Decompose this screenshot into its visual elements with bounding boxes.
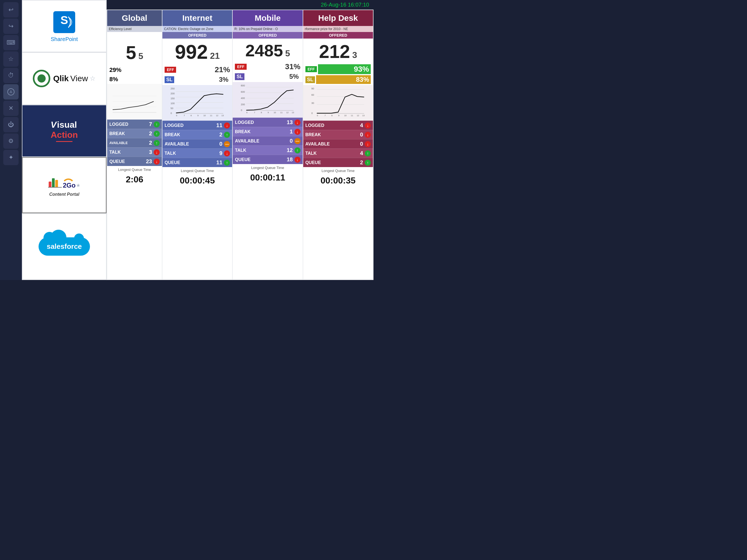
- helpdesk-sl-row: SL 83%: [303, 75, 373, 85]
- top-bar: 26-Aug-16 16:07:10: [107, 0, 374, 9]
- internet-small-number: 21: [210, 51, 220, 61]
- mobile-sl-row: SL 5%: [233, 72, 302, 82]
- mobile-break-row: BREAK 1 ↓: [233, 127, 302, 136]
- mobile-title: Mobile: [255, 14, 281, 22]
- mobile-available-icon: —: [294, 138, 301, 144]
- helpdesk-title: Help Desk: [318, 14, 358, 22]
- global-column: Global Efficiency Level 5 5 29% 8%: [107, 10, 162, 279]
- helpdesk-eff-badge: EFF: [305, 66, 317, 72]
- helpdesk-sl-pct: 83%: [316, 75, 371, 84]
- helpdesk-logged-row: LOGGED 4 ↓: [303, 121, 373, 130]
- helpdesk-break-icon: ↓: [365, 132, 371, 138]
- internet-stats: LOGGED 11 ↓ BREAK 2 ↑ AVAILABLE 0 — TALK…: [162, 121, 232, 167]
- qlik-text: Qlik: [53, 74, 69, 83]
- mobile-eff-row: EFF 31%: [233, 62, 302, 72]
- svg-text:9: 9: [268, 111, 269, 113]
- global-header: Global: [107, 10, 162, 26]
- star-button[interactable]: ☆: [3, 51, 19, 67]
- helpdesk-queue-row: QUEUE 2 ↑: [303, 158, 373, 167]
- 2go-logo: 2G o ★: [48, 173, 81, 189]
- internet-chart: 250 200 150 100 50 0 6 7 8 9 10: [162, 85, 232, 121]
- helpdesk-chart: 90 60 30 0 6 7 8 9 10 11 12 13: [303, 85, 373, 121]
- global-small-number: 5: [138, 51, 143, 61]
- global-available-row: AVAILABLE 2 ↑: [107, 138, 162, 147]
- svg-text:10: 10: [274, 111, 276, 113]
- helpdesk-offered-row: 212 3: [303, 39, 373, 64]
- svg-text:0: 0: [171, 112, 172, 114]
- svg-text:A: A: [9, 90, 12, 94]
- helpdesk-available-row: AVAILABLE 0 ↓: [303, 139, 373, 149]
- view-text: View: [70, 74, 88, 83]
- mobile-queue-icon: ↓: [294, 157, 301, 163]
- internet-queue-time: 00:00:45: [162, 175, 232, 188]
- visual-action-tile[interactable]: Visual Action: [22, 105, 107, 157]
- salesforce-logo: salesforce: [38, 237, 90, 256]
- svg-text:12: 12: [357, 114, 359, 116]
- keyboard-button[interactable]: ⌨: [3, 35, 19, 50]
- 2go-label: Content Portal: [49, 192, 79, 197]
- internet-offered-label: OFFERED: [162, 32, 232, 39]
- internet-queue-icon: ↑: [224, 160, 230, 166]
- svg-text:6: 6: [317, 114, 318, 116]
- back-button[interactable]: ↩: [3, 2, 19, 18]
- sharepoint-label: SharePoint: [51, 36, 78, 42]
- global-big-number: 5: [126, 42, 136, 63]
- internet-logged-icon: ↓: [224, 123, 230, 128]
- visual-action-text: Action: [51, 130, 78, 140]
- svg-text:8: 8: [331, 114, 333, 116]
- svg-text:60: 60: [311, 94, 314, 96]
- internet-title: Internet: [182, 14, 212, 22]
- helpdesk-column: Help Desk rformance prize for 2010 - NE …: [303, 10, 373, 279]
- helpdesk-break-row: BREAK 0 ↓: [303, 130, 373, 139]
- svg-text:50: 50: [171, 107, 173, 110]
- internet-ticker: CATION: Electric Outage on Zone: [162, 26, 232, 32]
- svg-text:13: 13: [362, 114, 364, 116]
- 2go-content-portal-tile[interactable]: 2G o ★ Content Portal: [22, 157, 107, 213]
- qlikview-tile[interactable]: Qlik View ☆: [22, 52, 107, 104]
- close-button[interactable]: ✕: [3, 101, 19, 116]
- power-button[interactable]: ⏻: [3, 117, 19, 132]
- mobile-stats: LOGGED 13 ↓ BREAK 1 ↓ AVAILABLE 0 — TALK…: [233, 118, 302, 164]
- mobile-sl-label: SL: [235, 73, 244, 80]
- mobile-available-row: AVAILABLE 0 —: [233, 136, 302, 146]
- global-eff-pct: 29%: [109, 67, 121, 74]
- helpdesk-header: Help Desk: [303, 10, 373, 26]
- svg-text:150: 150: [171, 97, 175, 100]
- salesforce-tile[interactable]: salesforce: [22, 213, 107, 280]
- internet-break-row: BREAK 2 ↑: [162, 130, 232, 139]
- svg-text:7: 7: [184, 114, 185, 116]
- mobile-logged-icon: ↓: [294, 120, 301, 126]
- global-queue-row: QUEUE 23 ↓: [107, 157, 162, 166]
- mobile-eff-badge: EFF: [235, 64, 247, 70]
- svg-text:9: 9: [198, 114, 199, 116]
- global-offered-row: 5 5: [107, 40, 162, 65]
- sharepoint-tile[interactable]: S SharePoint: [22, 0, 107, 52]
- helpdesk-queue-time: 00:00:35: [303, 175, 373, 188]
- mobile-chart: 800 600 400 200 0 6 7 8 9 10 11: [233, 82, 302, 118]
- available-trend-icon: ↑: [154, 140, 160, 146]
- settings-button[interactable]: ⚙: [3, 133, 19, 149]
- talk-trend-icon: ↓: [154, 149, 160, 155]
- svg-text:10: 10: [203, 114, 206, 116]
- mobile-sl-pct: 5%: [246, 72, 300, 81]
- helpdesk-queue-icon: ↑: [365, 160, 371, 166]
- visual-action-logo: Visual: [51, 120, 78, 130]
- mobile-eff-pct: 31%: [248, 62, 301, 71]
- svg-text:9: 9: [338, 114, 339, 116]
- mobile-queue-time: 00:00:11: [233, 172, 302, 185]
- internet-available-icon: —: [224, 141, 230, 147]
- helpdesk-offered-label: OFFERED: [303, 32, 373, 39]
- svg-text:250: 250: [171, 87, 175, 90]
- pin-button[interactable]: ✦: [3, 150, 19, 165]
- forward-button[interactable]: ↪: [3, 19, 19, 34]
- mobile-talk-row: TALK 12 ↑: [233, 146, 302, 155]
- sidebar: ↩ ↪ ⌨ ☆ ⏱ A ✕ ⏻ ⚙ ✦: [0, 0, 22, 280]
- svg-text:7: 7: [324, 114, 326, 116]
- history-button[interactable]: ⏱: [3, 68, 19, 83]
- svg-text:13: 13: [292, 111, 294, 113]
- helpdesk-talk-icon: ↑: [365, 150, 371, 156]
- internet-queue-row: QUEUE 11 ↑: [162, 158, 232, 167]
- internet-eff-badge: EFF: [164, 67, 176, 73]
- svg-text:11: 11: [351, 114, 353, 116]
- apps-button[interactable]: A: [3, 84, 19, 100]
